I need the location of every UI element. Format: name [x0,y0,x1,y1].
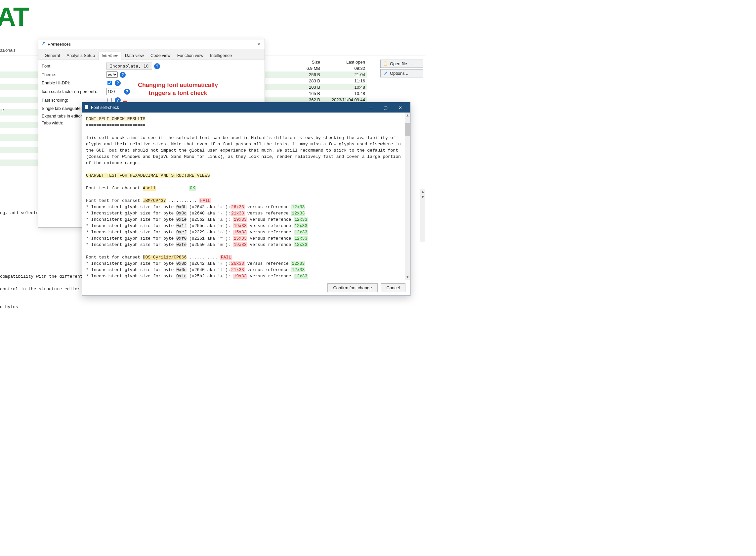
app-logo-fragment: AT [0,2,29,32]
wrench-icon [383,71,388,76]
options-button[interactable]: Options ... [380,69,423,77]
scroll-up-icon[interactable]: ▴ [420,188,425,194]
svg-rect-1 [85,105,88,109]
theme-label: Theme: [42,72,106,77]
scrollbar-vertical[interactable]: ▴ ▾ [405,112,410,280]
scroll-down-icon[interactable]: ▾ [420,194,425,199]
minimize-button[interactable]: ─ [364,103,378,112]
font-select-button[interactable]: Inconsolata, 10 [106,63,152,69]
column-header-lastopen[interactable]: Last open [324,59,367,65]
scroll-down-icon[interactable]: ▾ [405,274,410,280]
document-icon [383,62,388,66]
hidpi-checkbox[interactable] [108,81,112,85]
document-icon [85,105,89,110]
preferences-tabs: General Analysis Setup Interface Data vi… [38,49,265,60]
dialog-title: Preferences [48,42,71,47]
text-fragment: compatibility with the different cha [0,274,93,279]
scrollbar-thumb[interactable] [405,123,410,136]
tab-function-view[interactable]: Function view [174,51,206,60]
font-selfcheck-window: Font self-check ─ ▢ ✕ FONT SELF-CHECK RE… [82,102,410,296]
maximize-button[interactable]: ▢ [378,103,393,112]
fastscroll-label: Fast scrolling: [42,98,106,103]
scrollbar-vertical[interactable]: ▴ ▾ [420,188,425,242]
cursor-icon: ⬉ [7,19,11,26]
theme-select[interactable]: vs [106,71,118,78]
fastscroll-checkbox[interactable] [108,98,112,102]
tab-interface[interactable]: Interface [99,51,121,60]
close-button[interactable]: ✕ [256,42,262,47]
help-icon[interactable]: ? [115,80,121,86]
text-fragment: e [1,108,4,112]
tab-data-view[interactable]: Data view [122,51,147,60]
text-fragment: control in the structure editor (qui [0,287,93,291]
annotation-arrow [125,66,125,102]
iconscale-label: Icon scale factor (in percent): [42,89,106,94]
help-icon[interactable]: ? [154,63,160,69]
wrench-icon [41,41,46,47]
iconscale-input[interactable] [106,88,122,95]
hidpi-label: Enable Hi-DPI: [42,80,106,85]
tab-intelligence[interactable]: Intelligence [207,51,235,60]
column-header-size[interactable]: Size [301,59,324,65]
annotation-text: Changing font automatically triggers a f… [128,81,228,97]
selfcheck-output: FONT SELF-CHECK RESULTS=================… [82,112,405,280]
subtitle-fragment: ssionals [0,48,15,53]
close-button[interactable]: ✕ [393,103,408,112]
text-fragment: d bytes [0,305,18,309]
open-file-button[interactable]: Open file ... [380,60,423,68]
tab-code-view[interactable]: Code view [148,51,174,60]
cancel-button[interactable]: Cancel [381,283,406,292]
confirm-font-change-button[interactable]: Confirm font change [328,283,377,292]
tab-general[interactable]: General [42,51,63,60]
tab-analysis-setup[interactable]: Analysis Setup [64,51,98,60]
svg-rect-0 [384,62,387,65]
scroll-up-icon[interactable]: ▴ [405,112,410,118]
font-label: Font: [42,64,106,69]
window-title: Font self-check [91,105,119,110]
text-fragment: ng, add selected [0,210,41,215]
